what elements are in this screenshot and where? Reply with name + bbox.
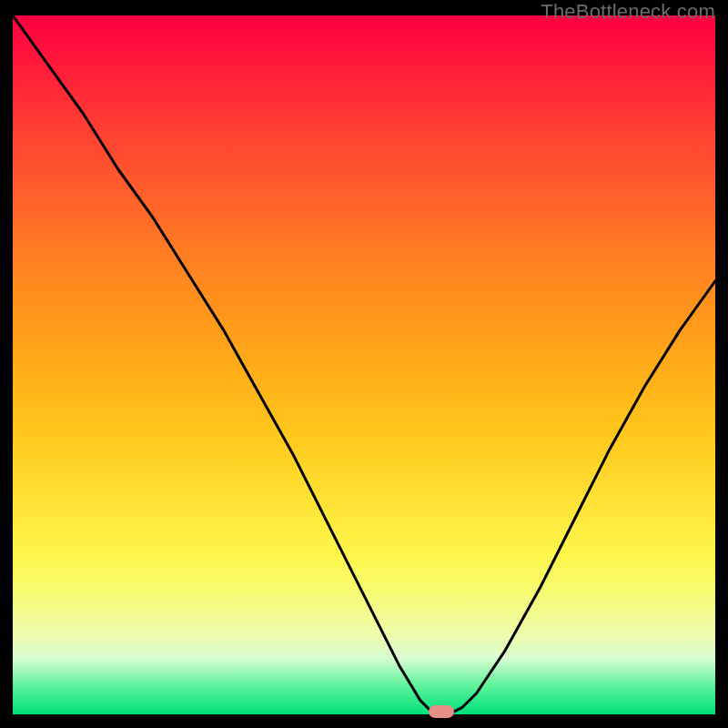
chart-stage: TheBottleneck.com: [0, 0, 728, 728]
plot-frame: [13, 15, 715, 714]
bottleneck-curve: [13, 15, 715, 714]
watermark-text: TheBottleneck.com: [541, 0, 715, 24]
minimum-marker: [429, 705, 454, 718]
bottleneck-curve-path: [13, 15, 715, 714]
